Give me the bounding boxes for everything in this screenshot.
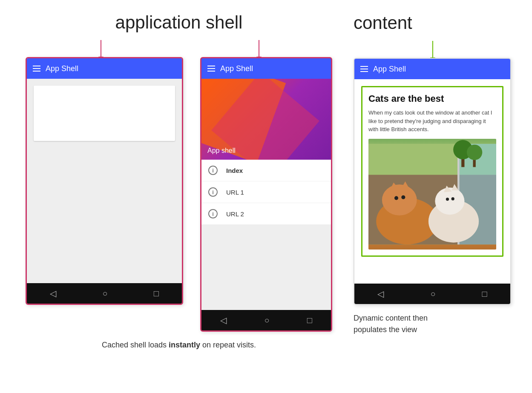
phone2: App Shell App shell i Index i URL 1: [200, 57, 332, 332]
left-caption: Cached shell loads instantly on repeat v…: [102, 339, 256, 351]
content-connector: [354, 37, 524, 58]
menu-item-index-label: Index: [226, 167, 243, 174]
svg-point-19: [467, 145, 482, 160]
main-container: application shell App Shell: [0, 0, 532, 393]
svg-point-9: [401, 195, 405, 199]
info-icon-index: i: [208, 166, 218, 175]
phone3: App Shell Cats are the best When my cats…: [354, 58, 511, 305]
phone2-menu: i Index i URL 1 i URL 2: [201, 160, 331, 225]
svg-point-14: [446, 198, 449, 201]
info-icon-url1: i: [208, 187, 218, 197]
phone3-back-icon: ◁: [377, 289, 384, 299]
article-title: Cats are the best: [368, 93, 496, 104]
phone3-nav: ◁ ○ □: [354, 284, 510, 304]
phone2-recents-icon: □: [307, 316, 312, 325]
phone3-body: Cats are the best When my cats look out …: [354, 79, 510, 284]
phone3-home-icon: ○: [430, 289, 435, 299]
menu-item-url1-label: URL 1: [226, 189, 244, 196]
right-caption-line1: Dynamic content then: [354, 314, 428, 322]
menu-item-url2: i URL 2: [201, 203, 331, 225]
article-text: When my cats look out the window at anot…: [368, 109, 496, 134]
app-shell-section: application shell App Shell: [17, 13, 341, 351]
phone1-menu-icon: [33, 66, 40, 72]
phone1-placeholder: [34, 86, 175, 141]
cat-svg: [368, 139, 496, 250]
phone2-colorful-header: App shell: [201, 79, 331, 160]
svg-point-5: [382, 184, 417, 215]
phones-row: App Shell ◁ ○ □ App Shell: [26, 57, 332, 332]
phone3-title: App Shell: [373, 65, 406, 74]
svg-point-15: [451, 197, 454, 200]
phone2-nav: ◁ ○ □: [201, 310, 331, 330]
phone3-menu-icon: [360, 66, 368, 72]
phone1-body: [27, 79, 182, 283]
phone1-nav: ◁ ○ □: [27, 283, 182, 304]
connector-line-right: [259, 40, 259, 57]
phone2-colorful-label: App shell: [207, 147, 236, 155]
phone2-content: App shell i Index i URL 1 i U: [201, 79, 331, 310]
menu-item-url2-label: URL 2: [226, 210, 244, 218]
phone2-back-icon: ◁: [220, 315, 227, 325]
content-connector-line: [432, 41, 433, 58]
left-caption-bold: instantly: [169, 341, 200, 349]
connector-line-left: [101, 40, 101, 57]
right-caption: Dynamic content then populates the view: [354, 313, 428, 336]
connector-dual: [17, 36, 341, 57]
phone1-header: App Shell: [27, 58, 182, 79]
info-icon-url2: i: [208, 209, 218, 218]
phone1-title: App Shell: [46, 64, 78, 73]
phone3-recents-icon: □: [482, 289, 487, 299]
cat-image: [368, 139, 496, 250]
left-caption-suffix: on repeat visits.: [200, 341, 256, 349]
menu-item-index: i Index: [201, 160, 331, 181]
menu-item-url1: i URL 1: [201, 181, 331, 203]
svg-point-11: [435, 187, 464, 215]
content-section: content App Shell Cats are the best When…: [354, 13, 524, 336]
phone1: App Shell ◁ ○ □: [26, 57, 183, 305]
content-heading: content: [354, 13, 412, 33]
phone2-menu-icon: [207, 66, 215, 72]
right-caption-line2: populates the view: [354, 325, 417, 334]
svg-point-8: [394, 196, 398, 200]
phone1-recents-icon: □: [154, 289, 159, 298]
app-shell-heading: application shell: [115, 13, 243, 32]
phone2-title: App Shell: [220, 64, 253, 73]
phone1-home-icon: ○: [102, 289, 107, 298]
phone2-header: App Shell: [201, 58, 331, 79]
phone3-header: App Shell: [354, 59, 510, 79]
phone2-home-icon: ○: [264, 316, 269, 325]
left-caption-prefix: Cached shell loads: [102, 341, 169, 349]
phone2-empty-body: [201, 225, 331, 310]
phone1-back-icon: ◁: [50, 288, 56, 298]
content-box: Cats are the best When my cats look out …: [361, 86, 503, 257]
